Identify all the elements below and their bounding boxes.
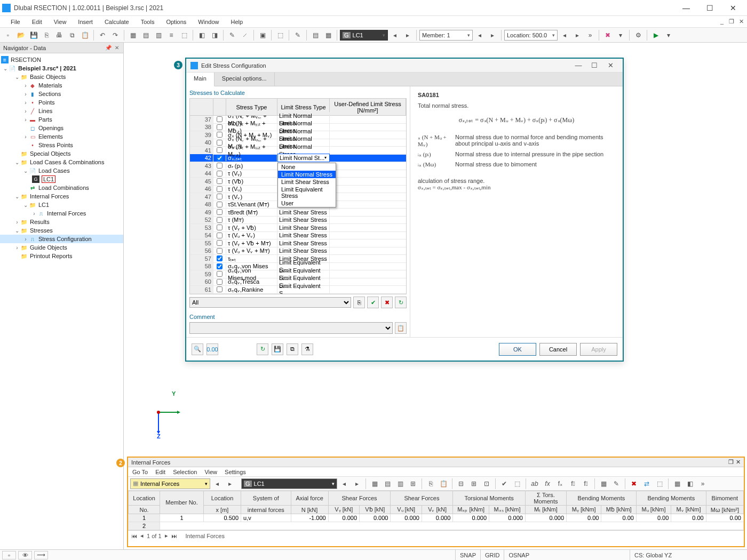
maximize-button[interactable]: ☐ [698, 0, 721, 16]
grid-row-61[interactable]: 61σₑqᵥ,RankineLimit Equivalent S... [190, 286, 406, 294]
bp-lc-prev-icon[interactable]: ◂ [338, 478, 350, 490]
row-check[interactable] [217, 116, 222, 122]
footer-search-icon[interactable]: 🔍 [192, 343, 203, 355]
undo-icon[interactable]: ↶ [97, 29, 108, 41]
tree-root[interactable]: ≡RSECTION [0, 55, 123, 64]
comment-btn-icon[interactable]: 📋 [395, 322, 407, 334]
limit-dropdown[interactable]: None Limit Normal Stress Limit Shear Str… [277, 163, 336, 207]
tool8-icon[interactable]: ▤ [309, 29, 321, 41]
tab-special[interactable]: Special options... [214, 73, 275, 86]
dialog-titlebar[interactable]: Edit Stress Configuration — ☐ ✕ [186, 59, 623, 73]
rsc-icon[interactable]: ⬚ [178, 29, 190, 41]
bp-table-combo[interactable]: ▦Internal Forces▾ [130, 478, 210, 489]
menu-view[interactable]: View [49, 18, 72, 26]
row-check[interactable] [217, 155, 222, 161]
sb-osnap[interactable]: OSNAP [504, 550, 534, 560]
bp-c2-icon[interactable]: ✎ [610, 478, 622, 490]
bp-lc-combo[interactable]: GLC1▾ [241, 478, 337, 489]
bp-menu-view[interactable]: View [204, 469, 217, 475]
dd-shear[interactable]: Limit Shear Stress [278, 178, 336, 186]
row-check[interactable] [217, 225, 222, 230]
footer-copy-icon[interactable]: ⧉ [287, 343, 298, 355]
grid-row-55[interactable]: 55τ (Vᵧ + V␢ + Mᴛ)Limit Shear Stress [190, 239, 406, 247]
bp-more-icon[interactable]: » [697, 478, 709, 490]
paste-icon[interactable]: 📋 [79, 29, 91, 41]
dd-equiv[interactable]: Limit Equivalent Stress [278, 186, 336, 199]
dd-normal[interactable]: Limit Normal Stress [278, 171, 336, 178]
filter-combo[interactable]: All [189, 297, 351, 308]
bp-c4-icon[interactable]: ⇄ [641, 478, 653, 490]
footer-filter-icon[interactable]: ⚗ [301, 343, 313, 355]
tree-materials[interactable]: ›◆Materials [0, 81, 123, 90]
tool5-icon[interactable]: ▣ [257, 29, 268, 41]
tab-main[interactable]: Main [186, 73, 214, 86]
tree-intforces[interactable]: ⌄📁Internal Forces [0, 192, 123, 201]
tree-lc1[interactable]: 1 GLC1 [0, 175, 123, 183]
bp-c1-icon[interactable]: ▦ [598, 478, 609, 490]
bp-menu-goto[interactable]: Go To [132, 469, 148, 475]
sb-grid[interactable]: GRID [480, 550, 504, 560]
menu-help[interactable]: Help [225, 18, 248, 26]
tool2-icon[interactable]: ◨ [209, 29, 220, 41]
menu-tools[interactable]: Tools [136, 18, 160, 26]
bp-fx2-icon[interactable]: fₓ [554, 478, 566, 490]
tool9-icon[interactable]: ▦ [322, 29, 334, 41]
tree-lc-folder[interactable]: ⌄📄Load Cases [0, 166, 123, 175]
dd-user[interactable]: User [278, 199, 336, 207]
minimize-button[interactable]: — [674, 0, 698, 16]
row-check[interactable] [217, 217, 222, 223]
bp-b8-icon[interactable]: ⊞ [468, 478, 480, 490]
toolx4-icon[interactable]: ▶ [650, 29, 662, 41]
grid-row-56[interactable]: 56τ (Vᵤ + Vᵥ + Mᴛ)Limit Shear Stress [190, 247, 406, 255]
sb-btn2-icon[interactable]: 👁 [18, 551, 32, 559]
bp-menu-selection[interactable]: Selection [173, 469, 197, 475]
row-check[interactable] [217, 163, 222, 169]
row-check[interactable] [217, 132, 222, 138]
row-check[interactable] [217, 233, 222, 238]
tree-model[interactable]: ⌄📄Beispiel 3.rsc* | 2021 [0, 64, 123, 73]
lc-prev-icon[interactable]: ◂ [389, 29, 401, 41]
menu-calculate[interactable]: Calculate [99, 18, 134, 26]
pager-prev-icon[interactable]: ◂ [140, 532, 144, 539]
tree-printout[interactable]: 📁Printout Reports [0, 252, 123, 260]
tree-if-lc1[interactable]: ⌄📁LC1 [0, 201, 123, 209]
new-icon[interactable]: ▫ [2, 29, 14, 41]
comment-combo[interactable] [189, 322, 393, 334]
pager-first-icon[interactable]: ⏮ [131, 533, 137, 539]
tree-sections[interactable]: ›▮Sections [0, 90, 123, 98]
bp-b4-icon[interactable]: ⊞ [407, 478, 419, 490]
row-check[interactable] [217, 186, 222, 192]
row-check[interactable] [217, 202, 222, 207]
member-combo[interactable]: Member: 1▾ [419, 30, 473, 41]
menu-options[interactable]: Options [161, 18, 192, 26]
row-check[interactable] [217, 124, 222, 130]
footer-refresh-icon[interactable]: ↻ [257, 343, 268, 355]
bp-c7-icon[interactable]: ◧ [684, 478, 696, 490]
row-check[interactable] [217, 255, 222, 261]
bp-b11-icon[interactable]: ⬚ [511, 478, 523, 490]
apply-button[interactable]: Apply [580, 343, 617, 356]
dd-none[interactable]: None [278, 163, 336, 171]
sb-btn1-icon[interactable]: ▫ [2, 551, 16, 559]
bp-fx4-icon[interactable]: f⃰ [580, 478, 592, 490]
row-check[interactable] [217, 178, 222, 184]
grid-row-52[interactable]: 52τ (Mᴛ)Limit Shear Stress [190, 217, 406, 225]
toolx3-icon[interactable]: ⚙ [632, 29, 644, 41]
ok-button[interactable]: OK [499, 343, 536, 356]
bp-abc-icon[interactable]: ab [529, 478, 541, 490]
dialog-min-icon[interactable]: — [570, 61, 586, 69]
filter-btn3-icon[interactable]: ✖ [381, 297, 393, 308]
redo-icon[interactable]: ↷ [109, 29, 121, 41]
footer-precision-icon[interactable]: 0.00 [206, 343, 218, 355]
loadcase-combo[interactable]: GLC1▾ [340, 30, 388, 41]
location-combo[interactable]: Location: 500.0▾ [504, 30, 558, 41]
row-check[interactable] [217, 171, 222, 177]
toolx1-icon[interactable]: ✖ [602, 29, 614, 41]
save-icon[interactable]: 💾 [28, 29, 39, 41]
tree-loadcomb[interactable]: ⇄Load Combinations [0, 183, 123, 192]
bp-prev-icon[interactable]: ◂ [211, 478, 223, 490]
loc-next-icon[interactable]: ▸ [571, 29, 583, 41]
tree-stressconfig[interactable]: ›⎍Stress Configuration [0, 235, 123, 243]
pager-last-icon[interactable]: ⏭ [171, 533, 177, 539]
loc-prev-icon[interactable]: ◂ [559, 29, 570, 41]
